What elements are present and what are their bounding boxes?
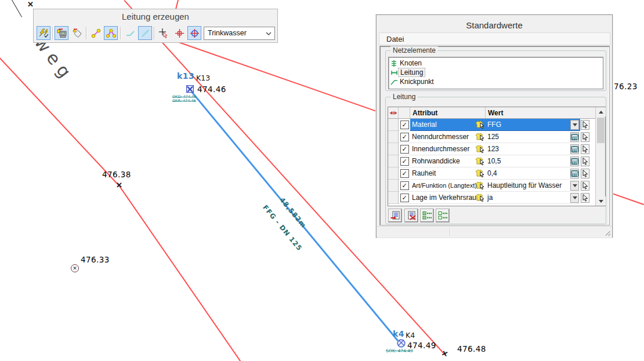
attribut-cell: Rauheit	[412, 169, 436, 177]
takeover-shirt-icon[interactable]	[475, 181, 485, 190]
cursor-icon	[582, 194, 588, 202]
calculator-icon	[571, 158, 578, 165]
scrollbar-thumb[interactable]	[597, 118, 605, 143]
takeover-shirt-icon[interactable]	[475, 145, 485, 154]
segment-two-points-button[interactable]	[89, 26, 103, 40]
dropdown-button[interactable]	[570, 193, 579, 203]
row-checkbox[interactable]: ✓	[400, 169, 409, 178]
takeover-shirt-icon[interactable]	[475, 133, 485, 141]
snap-grid-button[interactable]	[172, 26, 186, 40]
check-all-icon	[422, 211, 432, 220]
row-header[interactable]	[388, 180, 399, 192]
resize-grip[interactable]	[606, 231, 610, 236]
clear-defaults-button[interactable]	[404, 209, 418, 223]
row-header[interactable]	[388, 143, 399, 155]
snap-cursor-button[interactable]	[157, 26, 171, 40]
uncheck-all-button[interactable]	[436, 209, 450, 223]
row-checkbox[interactable]: ✓	[400, 181, 409, 190]
elevation-label: 476.33	[81, 255, 110, 264]
table-row[interactable]: ✓ Innendurchmesser 123	[388, 143, 595, 155]
list-item-leitung[interactable]: Leitung	[390, 68, 425, 77]
takeover-shirt-icon[interactable]	[475, 121, 485, 129]
pick-cursor-button[interactable]	[581, 193, 589, 203]
attribut-cell: Innendurchmesser	[412, 145, 469, 153]
check-all-button[interactable]	[420, 209, 434, 223]
attribut-cell: Material	[412, 121, 437, 129]
takeover-shirt-icon[interactable]	[475, 157, 485, 166]
table-scrollbar[interactable]	[595, 107, 605, 206]
node-marker-k13[interactable]	[186, 85, 194, 93]
list-item-label: Knickpunkt	[400, 78, 434, 86]
row-header[interactable]	[388, 155, 399, 167]
table-row[interactable]: ✓ Lage im Verkehrsraum ja	[388, 192, 595, 204]
ortho-bend-button[interactable]	[123, 26, 137, 40]
app-screen: ✕ ✕ ✕ ✕ weg 476.38 476.33 76.23 476.48 K…	[0, 0, 644, 361]
row-checkbox[interactable]: ✓	[400, 121, 409, 129]
node-elevation-label: 474.46	[197, 85, 226, 94]
pick-cursor-button[interactable]	[581, 169, 589, 178]
group-label: Netzelemente	[390, 46, 438, 54]
node-tag-label: k13	[177, 71, 194, 81]
row-header[interactable]	[388, 119, 399, 131]
pick-cursor-button[interactable]	[581, 144, 589, 154]
table-row[interactable]: ✓ Art/Funktion (Langtext) Hauptleitung f…	[388, 180, 595, 192]
row-checkbox[interactable]: ✓	[400, 194, 409, 202]
calculator-button[interactable]	[570, 144, 579, 154]
calculator-icon	[571, 134, 578, 140]
node-detail-label: OKR: 474.46	[172, 99, 196, 103]
table-row[interactable]: ✓ Material FFG	[388, 119, 595, 131]
dropdown-button[interactable]	[570, 181, 579, 191]
row-checkbox[interactable]: ✓	[400, 157, 409, 166]
row-checkbox[interactable]: ✓	[400, 133, 409, 141]
dialog-title: Standardwerte	[377, 20, 612, 30]
polyline-points-button[interactable]	[104, 26, 118, 40]
auto-connect-button[interactable]	[37, 26, 50, 40]
wert-column-header[interactable]: Wert	[486, 107, 595, 119]
takeover-shirt-icon[interactable]	[475, 194, 485, 202]
row-header[interactable]	[388, 192, 399, 204]
calculator-button[interactable]	[570, 156, 579, 166]
status-bar	[377, 226, 612, 238]
table-row[interactable]: ✓ Nenndurchmesser 125	[388, 131, 595, 143]
pick-cursor-button[interactable]	[581, 120, 589, 130]
scroll-down-button[interactable]	[596, 196, 606, 206]
medium-select-combobox[interactable]: Trinkwasser	[204, 27, 275, 40]
point-marker-x: ✕	[27, 0, 34, 9]
takeover-shirt-icon[interactable]	[475, 169, 485, 178]
menu-datei[interactable]: Datei	[382, 34, 408, 44]
load-defaults-button[interactable]	[388, 209, 402, 223]
tag-icon	[73, 28, 82, 38]
wert-cell: 0,4	[487, 169, 497, 177]
list-item-knoten[interactable]: Knoten	[390, 59, 422, 68]
node-marker-k4[interactable]	[397, 340, 405, 347]
snap-circle-button[interactable]	[187, 26, 201, 40]
row-header[interactable]	[388, 131, 399, 143]
calculator-button[interactable]	[570, 132, 579, 142]
cursor-icon	[582, 158, 588, 165]
calculator-button[interactable]	[570, 169, 579, 178]
column-resize-icon	[389, 109, 397, 117]
table-corner-header[interactable]	[388, 107, 399, 119]
toolbar-leitung-erzeugen: Leitung erzeugen	[33, 9, 278, 43]
pick-cursor-button[interactable]	[581, 132, 589, 142]
wert-cell: 123	[487, 145, 499, 153]
scroll-up-button[interactable]	[596, 107, 606, 116]
row-header[interactable]	[388, 167, 399, 180]
pick-cursor-button[interactable]	[581, 156, 589, 166]
table-row[interactable]: ✓ Rauheit 0,4	[388, 167, 595, 180]
cursor-icon	[582, 121, 588, 129]
toolbar-title: Leitung erzeugen	[34, 12, 277, 21]
node-name-label: K13	[196, 74, 210, 82]
pipe-type-label: FFG - DN 125	[261, 203, 303, 253]
takeover-tag-button[interactable]	[70, 26, 84, 40]
takeover-device-button[interactable]	[55, 26, 68, 40]
pick-cursor-button[interactable]	[581, 181, 589, 191]
free-line-button[interactable]	[138, 26, 152, 40]
checkbox-column-header[interactable]	[399, 107, 410, 119]
attribut-column-header[interactable]: Attribut	[410, 107, 486, 119]
node-detail-label: SOK: 474.49	[386, 349, 413, 353]
dropdown-button[interactable]	[570, 120, 579, 130]
list-item-knickpunkt[interactable]: Knickpunkt	[390, 77, 434, 86]
row-checkbox[interactable]: ✓	[400, 145, 409, 154]
table-row[interactable]: ✓ Rohrwanddicke 10,5	[388, 155, 595, 167]
